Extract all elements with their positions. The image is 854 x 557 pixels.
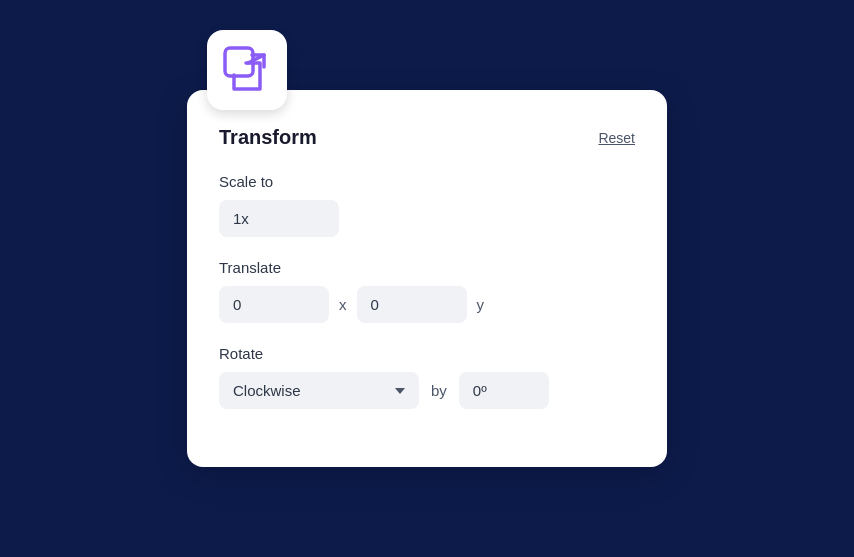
degrees-input[interactable] <box>459 372 549 409</box>
y-axis-label: y <box>477 296 485 313</box>
transform-panel-container: Transform Reset Scale to Translate x y R… <box>187 90 667 467</box>
transform-icon <box>222 45 272 95</box>
scale-label: Scale to <box>219 173 635 190</box>
translate-label: Translate <box>219 259 635 276</box>
translate-x-input[interactable] <box>219 286 329 323</box>
rotate-direction-select[interactable]: Clockwise Counter-clockwise <box>219 372 419 409</box>
rotate-direction-wrapper: Clockwise Counter-clockwise <box>219 372 419 409</box>
icon-badge <box>207 30 287 110</box>
transform-panel: Transform Reset Scale to Translate x y R… <box>187 90 667 467</box>
panel-header: Transform Reset <box>219 118 635 149</box>
scale-input[interactable] <box>219 200 339 237</box>
rotate-label: Rotate <box>219 345 635 362</box>
reset-button[interactable]: Reset <box>598 130 635 146</box>
rotate-group: Rotate Clockwise Counter-clockwise by <box>219 345 635 409</box>
panel-title: Transform <box>219 126 317 149</box>
by-label: by <box>431 382 447 399</box>
translate-group: Translate x y <box>219 259 635 323</box>
x-axis-label: x <box>339 296 347 313</box>
scale-group: Scale to <box>219 173 635 237</box>
translate-y-input[interactable] <box>357 286 467 323</box>
rotate-row: Clockwise Counter-clockwise by <box>219 372 635 409</box>
translate-row: x y <box>219 286 635 323</box>
